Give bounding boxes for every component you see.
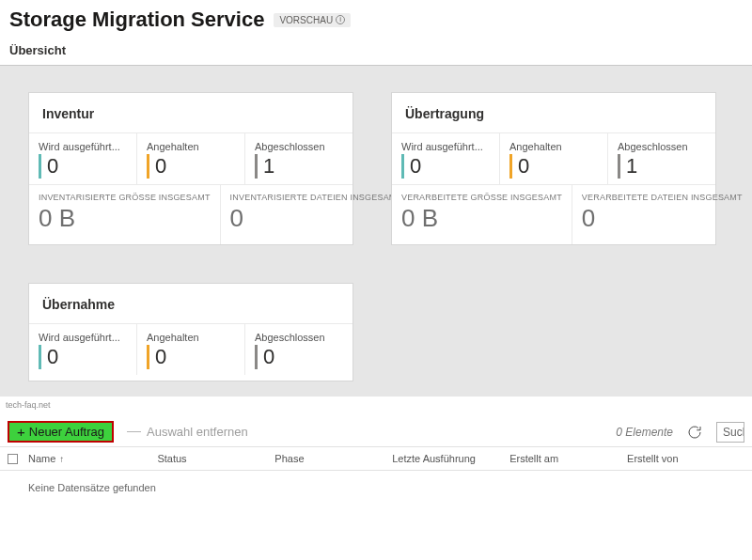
card-cutover: Übernahme Wird ausgeführt... 0 Angehalte… — [28, 283, 353, 381]
select-all-checkbox[interactable] — [8, 454, 28, 464]
total-transfer-size: VERARBEITETE GRÖSSE INSGESAMT 0 B — [392, 185, 572, 244]
refresh-button[interactable] — [686, 424, 703, 441]
preview-badge: VORSCHAU i — [274, 13, 351, 27]
card-transfer-totals: VERARBEITETE GRÖSSE INSGESAMT 0 B VERARB… — [392, 184, 715, 244]
new-job-button[interactable]: + Neuer Auftrag — [8, 421, 114, 443]
watermark-text: tech-faq.net — [0, 397, 752, 417]
bar-icon — [39, 154, 41, 179]
total-inventory-files: INVENTARISIERTE DATEIEN INSGESAMT 0 — [221, 185, 412, 244]
bar-icon — [147, 154, 149, 179]
card-cutover-stats: Wird ausgeführt... 0 Angehalten 0 Abgesc… — [29, 323, 352, 375]
column-header-created-by[interactable]: Erstellt von — [627, 453, 744, 464]
stat-cutover-running: Wird ausgeführt... 0 — [29, 324, 136, 375]
card-transfer-stats: Wird ausgeführt... 0 Angehalten 0 Abgesc… — [392, 132, 715, 184]
bar-icon — [401, 154, 404, 179]
stat-transfer-completed: Abgeschlossen 1 — [607, 133, 715, 184]
column-header-status[interactable]: Status — [157, 453, 274, 464]
stat-inventory-running: Wird ausgeführt... 0 — [29, 133, 136, 184]
bar-icon — [147, 345, 149, 369]
grid-empty-message: Keine Datensätze gefunden — [0, 471, 752, 505]
bar-icon — [255, 345, 258, 369]
card-transfer: Übertragung Wird ausgeführt... 0 Angehal… — [391, 92, 716, 245]
stat-inventory-completed: Abgeschlossen 1 — [244, 133, 352, 184]
bar-icon — [255, 154, 258, 179]
jobs-grid-header: Name ↑ Status Phase Letzte Ausführung Er… — [0, 446, 752, 471]
stat-cutover-paused: Angehalten 0 — [136, 324, 244, 375]
sort-asc-icon: ↑ — [59, 454, 64, 464]
card-inventory-stats: Wird ausgeführt... 0 Angehalten 0 Abgesc… — [29, 132, 352, 184]
stat-transfer-running: Wird ausgeführt... 0 — [392, 133, 499, 184]
refresh-icon — [686, 424, 703, 441]
card-inventory: Inventur Wird ausgeführt... 0 Angehalten… — [28, 92, 353, 245]
column-header-last-run[interactable]: Letzte Ausführung — [392, 453, 509, 464]
dashboard-area: Inventur Wird ausgeführt... 0 Angehalten… — [0, 66, 752, 397]
stat-inventory-paused: Angehalten 0 — [136, 133, 244, 184]
bar-icon — [509, 154, 512, 179]
section-heading-overview: Übersicht — [0, 38, 752, 66]
minus-icon — [127, 431, 141, 433]
remove-selection-button[interactable]: Auswahl entfernen — [127, 425, 248, 439]
stat-cutover-completed: Abgeschlossen 0 — [244, 324, 352, 375]
page-title: Storage Migration Service — [9, 8, 264, 32]
search-input[interactable]: Suchen — [716, 422, 744, 443]
card-inventory-totals: INVENTARISIERTE GRÖSSE INSGESAMT 0 B INV… — [29, 184, 352, 244]
stat-transfer-paused: Angehalten 0 — [499, 133, 607, 184]
preview-badge-label: VORSCHAU — [279, 15, 333, 25]
page-header: Storage Migration Service VORSCHAU i — [0, 0, 752, 38]
card-inventory-title: Inventur — [29, 93, 352, 132]
column-header-phase[interactable]: Phase — [274, 453, 392, 464]
remove-selection-label: Auswahl entfernen — [147, 425, 248, 439]
new-job-label: Neuer Auftrag — [29, 425, 104, 439]
column-header-name[interactable]: Name ↑ — [28, 453, 157, 464]
card-transfer-title: Übertragung — [392, 93, 715, 132]
plus-icon: + — [17, 425, 25, 439]
column-header-created-on[interactable]: Erstellt am — [509, 453, 627, 464]
total-transfer-files: VERARBEITETE DATEIEN INSGESAMT 0 — [572, 185, 752, 244]
bar-icon — [39, 345, 41, 369]
card-cutover-title: Übernahme — [29, 284, 352, 323]
jobs-toolbar: + Neuer Auftrag Auswahl entfernen 0 Elem… — [0, 417, 752, 446]
total-inventory-size: INVENTARISIERTE GRÖSSE INSGESAMT 0 B — [29, 185, 221, 244]
bar-icon — [618, 154, 620, 179]
item-count-label: 0 Elemente — [616, 426, 673, 439]
info-icon[interactable]: i — [336, 15, 345, 24]
